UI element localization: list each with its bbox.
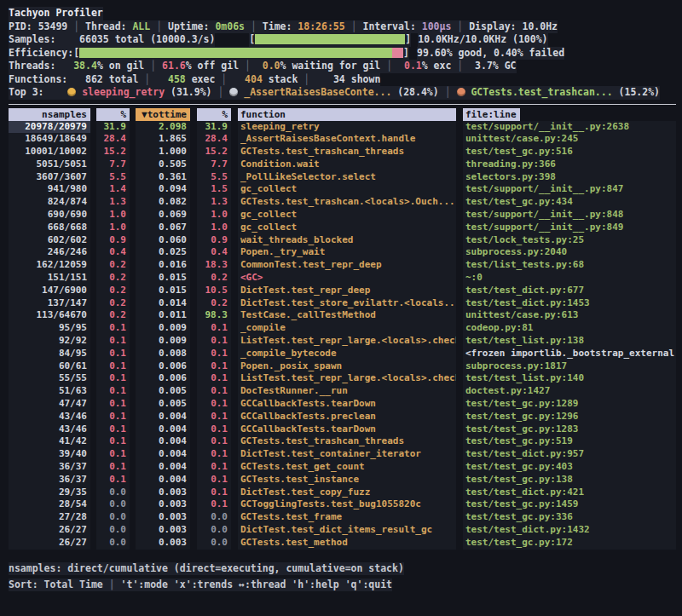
table-row[interactable]: 137/1470.20.0140.2DictTest.test_store_ev… <box>9 297 682 310</box>
direct-pct-cell: 0.1 <box>96 372 130 385</box>
table-row[interactable]: 43/460.10.0040.1GCCallbackTests.tearDown… <box>9 423 682 436</box>
file-line-cell: test/test_gc.py:138 <box>463 474 676 486</box>
function-cell: gc_collect <box>238 183 456 196</box>
nsamples-cell: 246/246 <box>9 246 90 259</box>
sort-mode: Sort: Total Time <box>9 579 103 590</box>
table-row[interactable]: 28/540.00.0030.1GCTogglingTests.test_bug… <box>9 498 682 511</box>
file-line-cell: test/test_dict.py:957 <box>463 448 676 461</box>
nsamples-cell: 137/147 <box>9 297 90 310</box>
label: │ <box>239 60 257 72</box>
function-cell: TestCase._callTestMethod <box>238 309 456 322</box>
label: Functions: <box>9 73 85 85</box>
cumulative-pct-cell: 1.0 <box>197 209 231 222</box>
function-cell: _AssertRaisesBaseContext.handle <box>238 133 456 146</box>
status-line-efficiency: Efficiency:[]99.60% good, 0.40% failed <box>9 47 682 60</box>
table-row[interactable]: 92/920.10.0090.1ListTest.test_repr_large… <box>9 335 682 348</box>
table-row[interactable]: 602/6020.90.0600.9wait_threads_blockedte… <box>9 234 682 247</box>
tottime-cell: 2.098 <box>136 121 190 134</box>
column-header-p1[interactable]: % <box>96 108 130 121</box>
table-row[interactable]: 36/370.10.0040.1GCTests.test_instancetes… <box>9 474 682 486</box>
nsamples-cell: 151/151 <box>9 272 90 285</box>
table-row[interactable]: 147/69000.20.01510.5DictTest.test_repr_d… <box>9 285 682 297</box>
table-row[interactable]: 18649/1864928.41.86528.4_AssertRaisesBas… <box>9 133 682 146</box>
table-row[interactable]: 47/470.10.0050.1GCCallbackTests.tearDown… <box>9 398 682 411</box>
function-cell: Popen._try_wait <box>238 246 456 259</box>
table-row[interactable]: 55/550.10.0060.1ListTest.test_repr_large… <box>9 372 682 385</box>
column-header-fn[interactable]: function <box>238 108 456 121</box>
tottime-cell: 0.015 <box>136 285 190 297</box>
table-row[interactable]: 36/370.10.0040.1GCTests.test_get_countte… <box>9 461 682 474</box>
sorted-column-header-tt[interactable]: ▼tottime <box>136 108 190 121</box>
nsamples-cell: 690/690 <box>9 209 90 222</box>
table-row[interactable]: 95/950.10.0090.1_compilecodeop.py:81 <box>9 322 682 335</box>
label: ] <box>403 47 409 59</box>
cumulative-pct-cell: 0.1 <box>197 385 231 398</box>
table-row[interactable]: 246/2460.40.0250.4Popen._try_waitsubproc… <box>9 246 682 259</box>
tottime-cell: 0.094 <box>136 183 190 196</box>
cumulative-pct-cell: 0.0 <box>197 537 231 550</box>
table-row[interactable]: 941/9801.40.0941.5gc_collecttest/support… <box>9 183 682 196</box>
table-row[interactable]: 41/420.10.0040.1GCTests.test_trashcan_th… <box>9 435 682 448</box>
label: │ <box>245 20 263 32</box>
file-line-cell: test/test_gc.py:172 <box>463 537 676 550</box>
gold-medal-icon <box>67 88 76 96</box>
function-cell: GCTests.test_trashcan_threads <box>238 146 456 158</box>
column-header-p2[interactable]: % <box>197 108 231 121</box>
table-row[interactable]: 5051/50517.70.5057.7Condition.waitthread… <box>9 158 682 171</box>
nsamples-cell: 84/95 <box>9 348 90 360</box>
direct-pct-cell: 0.4 <box>96 246 130 259</box>
interval-value: 100µs <box>422 20 452 32</box>
table-row[interactable]: 43/460.10.0040.1GCCallbackTests.preclean… <box>9 411 682 423</box>
label: Efficiency: <box>9 47 73 59</box>
top3-status: Top 3: sleeping_retry (31.9%) │ _AssertR… <box>9 86 660 100</box>
tachyon-profiler-window: Tachyon Profiler PID: 53499 │ Thread: AL… <box>0 0 682 616</box>
column-header-fl[interactable]: file:line <box>463 108 676 121</box>
table-row[interactable]: 162/120590.20.01618.3CommonTest.test_rep… <box>9 259 682 272</box>
direct-pct-cell: 0.1 <box>96 398 130 411</box>
column-header-ns[interactable]: nsamples <box>9 108 90 121</box>
nsamples-cell: 27/28 <box>9 511 90 524</box>
label: | <box>103 579 121 590</box>
table-row[interactable]: 824/8741.30.0821.3GCTests.test_trashcan.… <box>9 196 682 209</box>
off-gil-pct: 61.6 <box>162 60 186 72</box>
label: % off gil <box>186 60 239 72</box>
table-row[interactable]: 60/610.10.0060.1Popen._posix_spawnsubpro… <box>9 360 682 373</box>
file-line-cell: ~:0 <box>463 272 676 285</box>
label: % on gil <box>97 60 144 72</box>
label: shown <box>345 73 381 85</box>
exc-pct: 0.1 <box>398 60 422 72</box>
label: % waiting for gil <box>280 60 381 72</box>
tottime-cell: 0.009 <box>136 335 190 348</box>
direct-pct-cell: 1.4 <box>96 183 130 196</box>
table-row[interactable]: 690/6901.00.0691.0gc_collecttest/support… <box>9 209 682 222</box>
function-cell: DictTest.test_store_evilattr.<locals... <box>238 297 456 310</box>
nsamples-cell: 55/55 <box>9 372 90 385</box>
label: PID: <box>9 20 38 32</box>
table-row[interactable]: 26/270.00.0030.0GCTests.test_methodtest/… <box>9 537 682 550</box>
bar-good-segment <box>79 48 392 58</box>
table-row[interactable]: 84/950.10.0080.1_compile_bytecode<frozen… <box>9 348 682 360</box>
file-line-cell: test/test_dict.py:421 <box>463 486 676 499</box>
table-row[interactable]: 3607/36075.50.3615.5_PollLikeSelector.se… <box>9 171 682 184</box>
threads-status: Threads: 38.4% on gil │ 61.6% off gil │ … <box>9 60 517 73</box>
table-row[interactable]: 10001/1000215.21.00015.2GCTests.test_tra… <box>9 146 682 158</box>
table-row[interactable]: 26/270.00.0030.0DictTest.test_dict_items… <box>9 524 682 537</box>
status-line-samples: Samples: 66035 total (10000.3/s)[]10.0KH… <box>9 33 682 47</box>
direct-pct-cell: 0.2 <box>96 309 130 322</box>
bronze-medal-icon <box>457 88 465 96</box>
table-row[interactable]: 27/280.00.0030.0GCTests.test_frametest/t… <box>9 511 682 524</box>
table-row[interactable]: 113/646700.20.01198.3TestCase._callTestM… <box>9 309 682 322</box>
nsamples-cell: 36/37 <box>9 474 90 486</box>
table-body[interactable]: 20978/2097931.92.09831.9sleeping_retryte… <box>9 121 682 550</box>
file-line-cell: threading.py:366 <box>463 158 676 171</box>
table-row[interactable]: 51/630.10.0050.1DocTestRunner.__rundocte… <box>9 385 682 398</box>
label: exec <box>186 73 222 85</box>
top3-name: GCTests.test_trashcan... <box>471 86 612 98</box>
table-row[interactable]: 151/1510.20.0150.2<GC>~:0 <box>9 272 682 285</box>
function-cell: CommonTest.test_repr_deep <box>238 259 456 272</box>
table-row[interactable]: 20978/2097931.92.09831.9sleeping_retryte… <box>9 121 682 134</box>
table-row[interactable]: 668/6681.00.0671.0gc_collecttest/support… <box>9 222 682 234</box>
table-row[interactable]: 39/400.10.0040.1DictTest.test_container_… <box>9 448 682 461</box>
gc-pct: 3.7 <box>469 60 493 72</box>
table-row[interactable]: 29/350.00.0030.1DictTest.test_copy_fuzzt… <box>9 486 682 499</box>
